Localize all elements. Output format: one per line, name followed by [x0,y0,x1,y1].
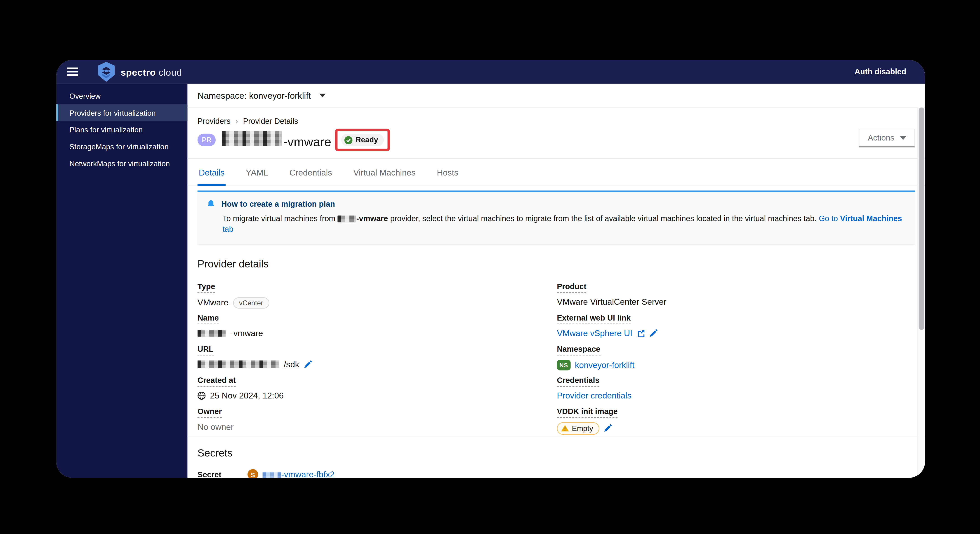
redacted-provider-name [222,131,282,146]
sidebar-nav: Overview Providers for virtualization Pl… [56,84,188,478]
redacted-provider-name [338,216,356,222]
external-link-icon[interactable] [637,329,645,337]
provider-credentials-link[interactable]: Provider credentials [557,391,632,400]
field-owner: Owner No owner [197,405,557,427]
sidebar-item-networkmaps[interactable]: NetworkMaps for virtualization [56,155,188,172]
info-banner: How to create a migration plan To migrat… [197,191,915,244]
spectro-shield-icon [97,62,116,82]
tab-yaml[interactable]: YAML [245,159,269,186]
field-url: URL /sdk [197,343,557,365]
vcenter-pill: vCenter [233,297,269,308]
breadcrumb-separator-icon: › [235,117,238,126]
secret-row: Secret S -vmware-fbfx2 [197,468,915,478]
breadcrumb-provider-details: Provider Details [243,117,298,126]
edit-pencil-icon[interactable] [649,329,657,337]
page-title: -vmware [222,131,331,149]
provider-type-badge: PR [197,134,216,146]
bell-icon [206,199,216,209]
main-panel: Namespace: konveyor-forklift Providers ›… [188,84,925,478]
sidebar-item-storagemaps[interactable]: StorageMaps for virtualization [56,138,188,155]
brand-logo: spectro cloud [97,62,182,82]
field-type: Type VMware vCenter [197,280,557,302]
actions-button[interactable]: Actions [859,129,915,148]
sidebar-item-plans[interactable]: Plans for virtualization [56,121,188,138]
namespace-selector-label: Namespace: konveyor-forklift [197,91,311,100]
secret-badge: S [248,469,258,478]
tab-bar: Details YAML Credentials Virtual Machine… [188,158,925,186]
vddk-empty-badge: Empty [557,422,600,435]
hamburger-menu-icon[interactable] [67,68,78,76]
app-header: spectro cloud Auth disabled [56,60,925,84]
vsphere-ui-link[interactable]: VMware vSphere UI [557,329,632,338]
section-heading: Secrets [197,447,915,459]
scrollbar-thumb[interactable] [919,108,924,330]
screen: spectro cloud Auth disabled Overview Pro… [0,0,980,534]
breadcrumb-providers[interactable]: Providers [197,117,231,126]
field-product: Product VMware VirtualCenter Server [557,280,915,302]
field-vddk: VDDK init image [557,405,915,427]
status-badge: Ready [341,134,384,146]
tab-details[interactable]: Details [197,159,226,186]
banner-body: To migrate virtual machines from -vmware… [223,214,906,235]
sidebar-item-overview[interactable]: Overview [56,87,188,104]
namespace-badge: NS [557,360,570,370]
warning-triangle-icon [561,425,569,432]
edit-pencil-icon[interactable] [304,360,312,369]
secret-link[interactable]: -vmware-fbfx2 [262,470,334,478]
redacted-secret-prefix [262,471,281,478]
section-heading: Provider details [197,258,915,270]
annotation-highlight-box: Ready [335,129,390,151]
redacted-url [197,361,279,368]
secrets-section: Secrets Secret S -vmware-fbfx2 [188,437,925,478]
field-credentials: Credentials Provider credentials [557,374,915,396]
chevron-down-icon [320,94,326,98]
field-name: Name -vmware [197,312,557,334]
field-external-web-ui: External web UI link VMware vSphere UI [557,312,915,334]
edit-pencil-icon[interactable] [604,424,612,432]
sidebar-item-providers[interactable]: Providers for virtualization [56,104,188,121]
globe-icon [197,391,206,400]
provider-details-section: Provider details Type VMware vCenter Nam… [188,244,925,437]
banner-title: How to create a migration plan [221,200,335,209]
field-created-at: Created at 25 [197,374,557,396]
namespace-selector[interactable]: Namespace: konveyor-forklift [188,84,925,108]
brand-name: spectro cloud [121,67,182,77]
page-title-row: PR -vmware Ready [188,126,925,150]
breadcrumb: Providers › Provider Details [188,108,925,126]
tab-credentials[interactable]: Credentials [288,159,333,186]
check-circle-icon [344,136,353,144]
tab-virtual-machines[interactable]: Virtual Machines [352,159,417,186]
chevron-down-icon [900,136,906,140]
auth-status: Auth disabled [854,68,906,76]
redacted-provider-name [197,330,226,336]
field-namespace: Namespace NS konveyor-forklift [557,343,915,365]
app-window: spectro cloud Auth disabled Overview Pro… [56,60,925,478]
namespace-link[interactable]: konveyor-forklift [575,360,635,370]
tab-hosts[interactable]: Hosts [436,159,460,186]
